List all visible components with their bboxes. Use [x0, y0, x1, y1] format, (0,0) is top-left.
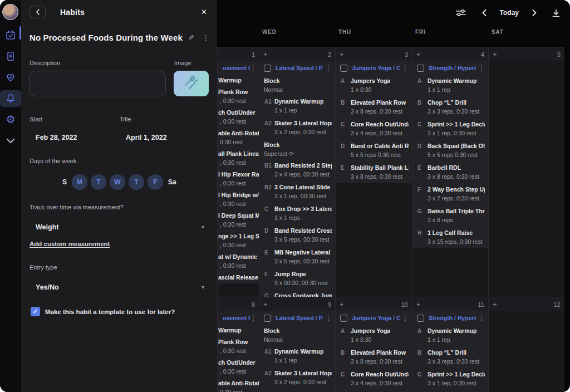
measurement-select[interactable]: Weight ▼ — [30, 223, 209, 231]
exercise-row[interactable]: CSprint >> 1 Leg Declarations3 x 1 rep, … — [412, 368, 488, 390]
kebab-menu-icon[interactable]: ⋮ — [402, 315, 409, 321]
day-cell-header[interactable]: +9 — [259, 297, 335, 311]
exercise-row[interactable]: CCore Reach Out/Under3 x 4 reps, 0:30 re… — [336, 368, 412, 390]
add-custom-measurement-link[interactable]: Add custom measurement — [30, 241, 110, 247]
kebab-menu-icon[interactable]: ⋮ — [202, 34, 209, 41]
exercise-row[interactable]: B23 Cone Lateral Slide3 x 1 rep, 00:30 r… — [259, 181, 335, 203]
kebab-menu-icon[interactable]: ⋮ — [478, 65, 485, 71]
kebab-menu-icon[interactable]: ⋮ — [250, 315, 257, 321]
day-cell-header[interactable]: +11 — [412, 297, 488, 311]
sidebar-item-programs[interactable] — [0, 48, 21, 65]
add-workout-icon[interactable]: + — [493, 50, 497, 58]
kebab-menu-icon[interactable]: ⋮ — [478, 315, 485, 321]
day-cell[interactable]: Lateral Speed / Plyo⋮BlockNormalA1Dynami… — [259, 61, 335, 297]
prev-week-button[interactable] — [474, 9, 494, 16]
day-cell[interactable]: Jumpers Yoga / Core⋮AJumpers Yoga1 x 0:3… — [335, 61, 412, 297]
exercise-row[interactable]: EBarbell RDL3 x 8 reps, 0:30 rest — [412, 161, 488, 183]
exercise-row[interactable]: EStability Ball Plank Linear ...3 x 8 re… — [336, 161, 412, 183]
day-toggle-t[interactable]: T — [91, 174, 106, 190]
exercise-row[interactable]: H1 Leg Calf Raise3 x 15 reps, 0:30 rest — [412, 227, 488, 248]
day-cell-header[interactable]: +12 — [488, 297, 564, 311]
exercise-row[interactable]: ADynamic Warmup1 x 1 rep — [412, 75, 488, 96]
workout-title[interactable]: Lateral Speed / Plyo — [276, 65, 323, 71]
day-cell-header[interactable]: +4 — [412, 47, 488, 61]
exercise-row[interactable]: CBox Drop >> 3 Lateral H...1 x 1 reps — [259, 203, 335, 224]
workout-title[interactable]: Jumpers Yoga / Core — [352, 315, 400, 321]
description-input[interactable] — [30, 71, 166, 96]
kebab-menu-icon[interactable]: ⋮ — [402, 65, 409, 71]
add-workout-icon[interactable]: + — [493, 300, 497, 308]
workout-title[interactable]: Lateral Speed / Plyo — [276, 315, 323, 321]
exercise-row[interactable]: B1Band Resisted 2 Step Late...3 x 4 reps… — [259, 159, 335, 181]
habit-image-tile[interactable] — [174, 71, 209, 96]
day-toggle-s[interactable]: S — [62, 174, 67, 190]
exercise-row[interactable]: BElevated Plank Row3 x 8 reps, 0:30 rest — [336, 96, 412, 118]
next-week-button[interactable] — [524, 9, 544, 16]
workout-title[interactable]: Strength / Hypertro... — [429, 65, 476, 71]
day-toggle-sa[interactable]: Sa — [168, 174, 176, 190]
day-toggle-t[interactable]: T — [129, 174, 144, 190]
sidebar-item-schedule[interactable] — [0, 27, 21, 43]
exercise-row[interactable]: GCross Footwork Jump Rope3 x 00:30, 00:3… — [259, 290, 335, 297]
add-workout-icon[interactable]: + — [263, 300, 268, 308]
day-cell[interactable] — [488, 61, 564, 297]
day-toggle-m[interactable]: M — [72, 174, 87, 190]
workout-checkbox[interactable] — [340, 315, 347, 322]
workout-checkbox[interactable] — [264, 315, 271, 322]
day-cell[interactable]: Lateral Speed / Plyo⋮BlockNormalA1Dynami… — [259, 311, 335, 392]
exercise-row[interactable]: DBand or Cable Anti Rotati...5 x 5 reps … — [336, 140, 412, 161]
day-toggle-f[interactable]: F — [148, 174, 163, 190]
add-workout-icon[interactable]: + — [340, 50, 344, 58]
workout-title[interactable]: Strength / Hypertro... — [429, 315, 476, 321]
day-cell-header[interactable]: 8 — [217, 297, 259, 311]
day-cell[interactable]: Jumpers Yoga / Core⋮AJumpers Yoga1 x 0:3… — [335, 311, 412, 392]
sidebar-item-settings[interactable]: ⚙ — [0, 111, 21, 128]
exercise-row[interactable]: DBack Squat (Back Off Set)5 x 5 reps 0:3… — [412, 140, 488, 161]
exercise-row[interactable]: CSprint >> 1 Leg Declarations3 x 1 rep, … — [412, 118, 488, 140]
exercise-row[interactable]: DBand Resisted Crossover...3 x 5 reps, 0… — [259, 224, 335, 246]
pencil-icon[interactable]: ✎ — [188, 33, 194, 42]
day-toggle-w[interactable]: W — [110, 174, 125, 190]
add-workout-icon[interactable]: + — [416, 50, 421, 58]
download-icon[interactable] — [544, 9, 561, 17]
workout-checkbox[interactable] — [417, 315, 424, 322]
exercise-row[interactable]: AJumpers Yoga1 x 0:30 — [336, 325, 412, 346]
exercise-row[interactable]: A1Dynamic Warmup1 x 1 rep — [259, 345, 335, 367]
day-cell-header[interactable]: +3 — [335, 47, 412, 61]
sidebar-item-more[interactable] — [0, 133, 21, 149]
exercise-row[interactable]: BChop “L” Drill3 x 3 reps, 0:30 rest — [412, 96, 488, 118]
exercise-row[interactable]: BElevated Plank Row3 x 8 reps, 0:30 rest — [336, 346, 412, 368]
today-button[interactable]: Today — [494, 9, 524, 17]
day-cell-header[interactable]: +5 — [488, 47, 564, 61]
kebab-menu-icon[interactable]: ⋮ — [325, 315, 332, 321]
day-cell[interactable]: Strength / Hypertro...⋮ADynamic Warmup1 … — [412, 311, 488, 392]
workout-title[interactable]: ovement Q... — [223, 65, 250, 71]
sidebar-item-notifications[interactable] — [0, 90, 21, 107]
close-icon[interactable]: ✕ — [199, 7, 209, 17]
end-date-field[interactable]: April 1, 2022 — [126, 134, 167, 141]
day-cell-header[interactable]: +10 — [335, 297, 412, 311]
start-date-field[interactable]: Feb 28, 2022 — [36, 134, 77, 141]
sidebar-item-health[interactable] — [0, 69, 21, 86]
back-button[interactable] — [30, 6, 46, 18]
day-cell[interactable]: ovement Q...⋮WarmupPlank Row, 0:30 restc… — [217, 311, 259, 392]
entry-type-select[interactable]: Yes/No ▼ — [30, 283, 209, 291]
exercise-row[interactable]: DBand or Cable Anti Rotati...5 x 5 reps … — [336, 390, 412, 392]
workout-checkbox[interactable] — [417, 65, 424, 72]
kebab-menu-icon[interactable]: ⋮ — [325, 65, 332, 71]
exercise-row[interactable]: EMB Negative Lateral Hop...3 x 5 reps, 0… — [259, 246, 335, 268]
add-workout-icon[interactable]: + — [340, 300, 344, 308]
avatar[interactable] — [2, 4, 18, 20]
day-cell[interactable] — [488, 311, 564, 392]
workout-checkbox[interactable] — [264, 65, 271, 72]
kebab-menu-icon[interactable]: ⋮ — [250, 65, 257, 71]
day-cell[interactable]: ovement Q...⋮WarmupPlank Row, 0:30 restc… — [217, 61, 259, 297]
exercise-row[interactable]: FJump Rope3 x 00:30, 00:30 rest — [259, 268, 335, 290]
exercise-row[interactable]: DBack Squat (Back Off Set)5 x 5 reps 0:3… — [412, 390, 488, 392]
workout-title[interactable]: ovement Q... — [223, 315, 250, 321]
template-checkbox[interactable]: ✓ — [31, 307, 40, 316]
exercise-row[interactable]: CCore Reach Out/Under3 x 4 reps, 0:30 re… — [336, 118, 412, 140]
exercise-row[interactable]: F2 Way Bench Step Up3 x 7 reps, 0:30 res… — [412, 183, 488, 205]
day-cell[interactable]: Strength / Hypertro...⋮ADynamic Warmup1 … — [412, 61, 488, 297]
exercise-row[interactable]: BChop “L” Drill3 x 3 reps, 0:30 rest — [412, 346, 488, 368]
